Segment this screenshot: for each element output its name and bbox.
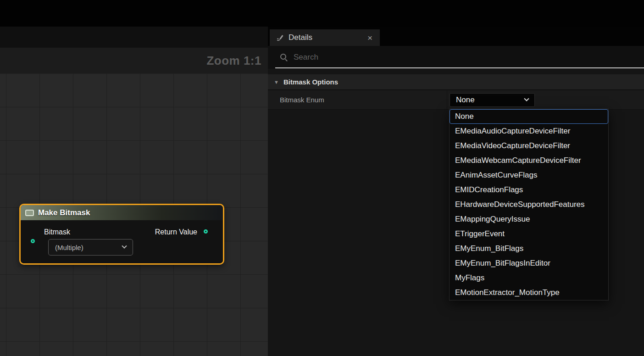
tab-details[interactable]: Details × — [270, 29, 380, 46]
graph-header-band — [0, 27, 268, 48]
section-bitmask-options[interactable]: ▼ Bitmask Options — [268, 74, 644, 90]
dropdown-item[interactable]: EMediaVideoCaptureDeviceFilter — [450, 139, 608, 153]
dropdown-item[interactable]: EMotionExtractor_MotionType — [450, 285, 608, 300]
chevron-down-icon — [122, 244, 127, 249]
return-value-output-pin[interactable] — [204, 229, 208, 234]
tab-title: Details — [289, 33, 362, 42]
expander-arrow-icon[interactable]: ▼ — [274, 79, 279, 85]
close-icon[interactable]: × — [366, 33, 373, 42]
dropdown-item[interactable]: EMIDCreationFlags — [450, 183, 608, 197]
dropdown-item[interactable]: EMediaWebcamCaptureDeviceFilter — [450, 153, 608, 168]
details-panel: Details × ▼ Bitmask Options Bitmask Enum… — [268, 27, 644, 356]
section-title: Bitmask Options — [283, 78, 338, 86]
dropdown-item[interactable]: EMyEnum_BitFlagsInEditor — [450, 256, 608, 271]
node-header[interactable]: Make Bitmask — [21, 205, 223, 220]
bitmask-enum-dropdown[interactable]: None — [450, 93, 535, 107]
bitmask-pin-label: Bitmask — [44, 228, 70, 236]
bitmask-input-pin[interactable] — [31, 239, 35, 243]
make-struct-icon — [25, 210, 34, 216]
graph-zoom-band: Zoom 1:1 — [0, 48, 268, 73]
top-bar — [0, 0, 644, 27]
zoom-indicator: Zoom 1:1 — [206, 54, 261, 68]
search-input[interactable] — [294, 46, 644, 69]
dropdown-item[interactable]: None — [450, 109, 608, 124]
details-tab-bar: Details × — [268, 27, 644, 46]
dropdown-item[interactable]: EAnimAssetCurveFlags — [450, 168, 608, 183]
bitmask-value-dropdown[interactable]: (Multiple) — [48, 239, 133, 256]
make-bitmask-node[interactable]: Make Bitmask Bitmask (Multiple) Return V… — [19, 204, 224, 265]
search-bar — [268, 46, 644, 69]
node-title: Make Bitmask — [38, 208, 90, 217]
details-icon — [276, 34, 284, 42]
enum-dropdown-list: NoneEMediaAudioCaptureDeviceFilterEMedia… — [449, 109, 609, 300]
dropdown-item[interactable]: EMediaAudioCaptureDeviceFilter — [450, 124, 608, 139]
graph-canvas[interactable]: Make Bitmask Bitmask (Multiple) Return V… — [0, 73, 268, 356]
bitmask-enum-value: None — [456, 95, 475, 105]
blueprint-graph[interactable]: Zoom 1:1 Make Bitmask Bitmask (Multiple)… — [0, 27, 268, 356]
bitmask-value-text: (Multiple) — [55, 244, 83, 251]
search-icon — [280, 53, 288, 61]
dropdown-item[interactable]: MyFlags — [450, 271, 608, 285]
property-label: Bitmask Enum — [280, 90, 324, 110]
return-value-label: Return Value — [155, 228, 197, 236]
node-body: Bitmask (Multiple) Return Value — [21, 220, 223, 263]
dropdown-item[interactable]: EMyEnum_BitFlags — [450, 241, 608, 256]
dropdown-item[interactable]: EHardwareDeviceSupportedFeatures — [450, 197, 608, 212]
unreal-editor-window: Zoom 1:1 Make Bitmask Bitmask (Multiple)… — [0, 0, 644, 356]
property-row-bitmask-enum: Bitmask Enum None — [268, 90, 644, 110]
dropdown-item[interactable]: ETriggerEvent — [450, 227, 608, 241]
dropdown-item[interactable]: EMappingQueryIssue — [450, 212, 608, 227]
chevron-down-icon — [524, 96, 529, 101]
